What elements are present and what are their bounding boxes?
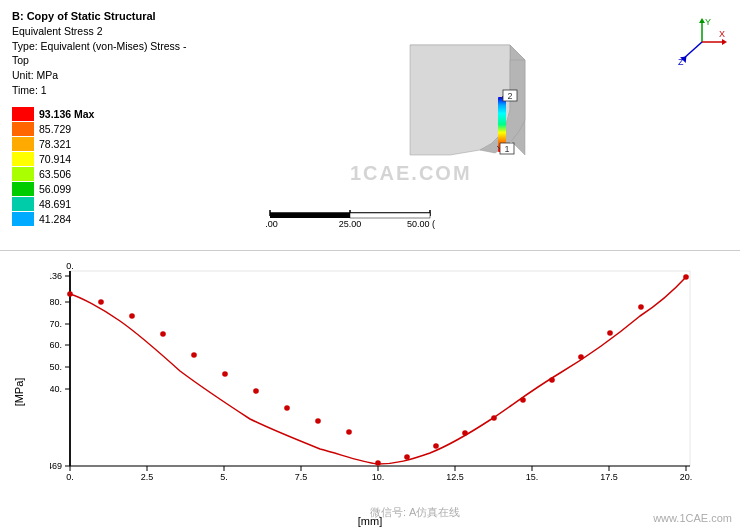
legend-color-swatch-2 <box>12 137 34 151</box>
svg-point-82 <box>607 330 613 336</box>
legend-item-2: 78.321 <box>12 137 198 151</box>
svg-text:17.5: 17.5 <box>600 472 618 482</box>
svg-point-67 <box>160 331 166 337</box>
chart-svg: 93.136 80. 70. 60. 50. 40. 26.469 0. 0. <box>50 261 715 501</box>
legend-color-swatch-3 <box>12 152 34 166</box>
legend-item-6: 48.691 <box>12 197 198 211</box>
svg-text:2.5: 2.5 <box>141 472 154 482</box>
coordinate-system: Y X Z <box>675 15 725 65</box>
svg-text:20.: 20. <box>680 472 693 482</box>
svg-point-70 <box>253 388 259 394</box>
subtitle2: Type: Equivalent (von-Mises) Stress - To… <box>12 39 198 68</box>
svg-text:80.: 80. <box>50 297 62 307</box>
svg-point-80 <box>549 377 555 383</box>
website-label: www.1CAE.com <box>653 512 732 524</box>
legend-item-5: 56.099 <box>12 182 198 196</box>
legend-value-7: 41.284 <box>39 213 71 225</box>
svg-point-81 <box>578 354 584 360</box>
svg-text:Z: Z <box>678 57 684 67</box>
legend-value-2: 78.321 <box>39 138 71 150</box>
svg-point-71 <box>284 405 290 411</box>
chart-section: [MPa] [mm] 93.136 80. 70. 60. 50. 4 <box>0 250 740 532</box>
svg-text:40.: 40. <box>50 384 62 394</box>
svg-rect-27 <box>70 271 690 466</box>
legend-color-swatch-7 <box>12 212 34 226</box>
svg-point-66 <box>129 313 135 319</box>
legend-value-5: 56.099 <box>39 183 71 195</box>
legend-item-0: 93.136 Max <box>12 107 198 121</box>
svg-text:70.: 70. <box>50 319 62 329</box>
svg-text:50.: 50. <box>50 362 62 372</box>
legend-item-7: 41.284 <box>12 212 198 226</box>
svg-line-24 <box>683 42 702 59</box>
legend-color-swatch-0 <box>12 107 34 121</box>
info-panel: B: Copy of Static Structural Equivalent … <box>0 0 210 250</box>
svg-point-72 <box>315 418 321 424</box>
wechat-watermark: 微信号: A仿真在线 <box>370 505 460 520</box>
legend-value-1: 85.729 <box>39 123 71 135</box>
svg-point-65 <box>98 299 104 305</box>
svg-point-83 <box>638 304 644 310</box>
scale-bar-svg: 0.00 25.00 50.00 (mm) <box>265 205 435 230</box>
legend-color-swatch-5 <box>12 182 34 196</box>
y-axis-label: [MPa] <box>13 377 25 406</box>
scale-bar: 0.00 25.00 50.00 (mm) <box>265 205 435 232</box>
svg-text:60.: 60. <box>50 340 62 350</box>
legend-color-swatch-6 <box>12 197 34 211</box>
svg-point-78 <box>491 415 497 421</box>
svg-point-68 <box>191 352 197 358</box>
svg-rect-13 <box>270 213 350 218</box>
svg-point-69 <box>222 371 228 377</box>
color-legend: 93.136 Max85.72978.32170.91463.50656.099… <box>12 107 198 226</box>
legend-color-swatch-4 <box>12 167 34 181</box>
legend-value-0: 93.136 Max <box>39 108 94 120</box>
svg-rect-14 <box>350 213 430 218</box>
legend-item-1: 85.729 <box>12 122 198 136</box>
svg-point-64 <box>67 291 73 297</box>
svg-point-76 <box>433 443 439 449</box>
svg-text:X: X <box>719 29 725 39</box>
watermark-top: 1CAE.COM <box>350 162 472 185</box>
coord-svg: Y X Z <box>675 15 730 70</box>
svg-text:15.: 15. <box>526 472 539 482</box>
svg-text:7.5: 7.5 <box>295 472 308 482</box>
chart-title: B: Copy of Static Structural <box>12 10 198 22</box>
svg-point-84 <box>683 274 689 280</box>
svg-text:0.00: 0.00 <box>265 219 278 229</box>
legend-value-3: 70.914 <box>39 153 71 165</box>
svg-text:2: 2 <box>507 91 512 101</box>
svg-text:0.: 0. <box>66 261 74 271</box>
svg-text:93.136: 93.136 <box>50 271 62 281</box>
svg-text:50.00 (mm): 50.00 (mm) <box>407 219 435 229</box>
svg-point-74 <box>375 460 381 466</box>
legend-color-swatch-1 <box>12 122 34 136</box>
legend-value-6: 48.691 <box>39 198 71 210</box>
viewport: 2 1 0.00 25.00 50.00 (mm) <box>210 0 740 250</box>
svg-point-73 <box>346 429 352 435</box>
legend-value-4: 63.506 <box>39 168 71 180</box>
time-label: Time: 1 <box>12 83 198 98</box>
svg-text:26.469: 26.469 <box>50 461 62 471</box>
legend-item-4: 63.506 <box>12 167 198 181</box>
unit-label: Unit: MPa <box>12 68 198 83</box>
svg-marker-22 <box>722 39 727 45</box>
svg-text:0.: 0. <box>66 472 74 482</box>
svg-point-77 <box>462 430 468 436</box>
svg-point-79 <box>520 397 526 403</box>
svg-point-75 <box>404 454 410 460</box>
svg-text:1: 1 <box>504 144 509 154</box>
svg-text:12.5: 12.5 <box>446 472 464 482</box>
svg-text:Y: Y <box>705 17 711 27</box>
svg-text:5.: 5. <box>220 472 228 482</box>
subtitle1: Equivalent Stress 2 <box>12 24 198 39</box>
top-section: B: Copy of Static Structural Equivalent … <box>0 0 740 250</box>
svg-text:25.00: 25.00 <box>339 219 362 229</box>
legend-item-3: 70.914 <box>12 152 198 166</box>
svg-text:10.: 10. <box>372 472 385 482</box>
